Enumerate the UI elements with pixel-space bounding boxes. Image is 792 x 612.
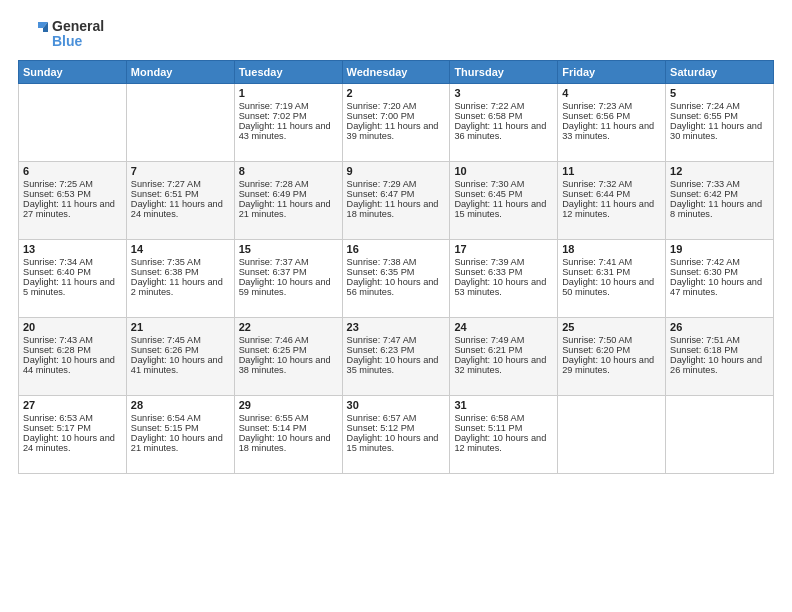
- cell-text: Daylight: 10 hours and 41 minutes.: [131, 355, 230, 375]
- calendar-page: General Blue SundayMondayTuesdayWednesda…: [0, 0, 792, 612]
- cell-text: Sunrise: 7:45 AM: [131, 335, 230, 345]
- cell-text: Sunrise: 7:19 AM: [239, 101, 338, 111]
- cell-text: Sunrise: 7:29 AM: [347, 179, 446, 189]
- cell-text: Daylight: 10 hours and 44 minutes.: [23, 355, 122, 375]
- cell-text: Sunrise: 7:28 AM: [239, 179, 338, 189]
- cell-text: Sunset: 6:31 PM: [562, 267, 661, 277]
- day-number: 14: [131, 243, 230, 255]
- cell-text: Daylight: 11 hours and 36 minutes.: [454, 121, 553, 141]
- day-number: 16: [347, 243, 446, 255]
- cell-text: Sunrise: 7:22 AM: [454, 101, 553, 111]
- cell-text: Sunset: 5:17 PM: [23, 423, 122, 433]
- calendar-cell: 26Sunrise: 7:51 AMSunset: 6:18 PMDayligh…: [666, 318, 774, 396]
- cell-text: Daylight: 11 hours and 8 minutes.: [670, 199, 769, 219]
- cell-text: Sunset: 6:37 PM: [239, 267, 338, 277]
- day-number: 28: [131, 399, 230, 411]
- calendar-cell: 15Sunrise: 7:37 AMSunset: 6:37 PMDayligh…: [234, 240, 342, 318]
- cell-text: Daylight: 11 hours and 2 minutes.: [131, 277, 230, 297]
- calendar-cell: 12Sunrise: 7:33 AMSunset: 6:42 PMDayligh…: [666, 162, 774, 240]
- header: General Blue: [18, 18, 774, 50]
- cell-text: Daylight: 10 hours and 53 minutes.: [454, 277, 553, 297]
- day-of-week-header: Saturday: [666, 61, 774, 84]
- calendar-cell: 1Sunrise: 7:19 AMSunset: 7:02 PMDaylight…: [234, 84, 342, 162]
- calendar-cell: 20Sunrise: 7:43 AMSunset: 6:28 PMDayligh…: [19, 318, 127, 396]
- calendar-week-row: 1Sunrise: 7:19 AMSunset: 7:02 PMDaylight…: [19, 84, 774, 162]
- cell-text: Daylight: 10 hours and 32 minutes.: [454, 355, 553, 375]
- day-number: 12: [670, 165, 769, 177]
- cell-text: Sunset: 6:40 PM: [23, 267, 122, 277]
- cell-text: Sunrise: 6:57 AM: [347, 413, 446, 423]
- day-number: 19: [670, 243, 769, 255]
- cell-text: Sunset: 6:30 PM: [670, 267, 769, 277]
- day-number: 23: [347, 321, 446, 333]
- day-number: 27: [23, 399, 122, 411]
- cell-text: Daylight: 10 hours and 47 minutes.: [670, 277, 769, 297]
- logo-general: General: [52, 19, 104, 34]
- calendar-cell: 25Sunrise: 7:50 AMSunset: 6:20 PMDayligh…: [558, 318, 666, 396]
- calendar-cell: 28Sunrise: 6:54 AMSunset: 5:15 PMDayligh…: [126, 396, 234, 474]
- calendar-week-row: 20Sunrise: 7:43 AMSunset: 6:28 PMDayligh…: [19, 318, 774, 396]
- cell-text: Daylight: 11 hours and 33 minutes.: [562, 121, 661, 141]
- cell-text: Daylight: 11 hours and 15 minutes.: [454, 199, 553, 219]
- cell-text: Daylight: 11 hours and 18 minutes.: [347, 199, 446, 219]
- cell-text: Sunrise: 7:34 AM: [23, 257, 122, 267]
- cell-text: Sunrise: 7:38 AM: [347, 257, 446, 267]
- day-number: 9: [347, 165, 446, 177]
- cell-text: Sunrise: 7:49 AM: [454, 335, 553, 345]
- cell-text: Sunrise: 6:54 AM: [131, 413, 230, 423]
- calendar-cell: 11Sunrise: 7:32 AMSunset: 6:44 PMDayligh…: [558, 162, 666, 240]
- day-number: 2: [347, 87, 446, 99]
- cell-text: Sunset: 6:38 PM: [131, 267, 230, 277]
- calendar-cell: 21Sunrise: 7:45 AMSunset: 6:26 PMDayligh…: [126, 318, 234, 396]
- day-number: 6: [23, 165, 122, 177]
- cell-text: Sunrise: 7:20 AM: [347, 101, 446, 111]
- calendar-cell: 4Sunrise: 7:23 AMSunset: 6:56 PMDaylight…: [558, 84, 666, 162]
- calendar-week-row: 13Sunrise: 7:34 AMSunset: 6:40 PMDayligh…: [19, 240, 774, 318]
- day-number: 25: [562, 321, 661, 333]
- cell-text: Daylight: 11 hours and 27 minutes.: [23, 199, 122, 219]
- cell-text: Daylight: 11 hours and 5 minutes.: [23, 277, 122, 297]
- cell-text: Sunset: 5:15 PM: [131, 423, 230, 433]
- day-number: 5: [670, 87, 769, 99]
- cell-text: Sunrise: 6:53 AM: [23, 413, 122, 423]
- calendar-header-row: SundayMondayTuesdayWednesdayThursdayFrid…: [19, 61, 774, 84]
- cell-text: Sunset: 5:11 PM: [454, 423, 553, 433]
- day-number: 7: [131, 165, 230, 177]
- day-number: 15: [239, 243, 338, 255]
- cell-text: Sunrise: 7:43 AM: [23, 335, 122, 345]
- day-number: 20: [23, 321, 122, 333]
- cell-text: Daylight: 10 hours and 29 minutes.: [562, 355, 661, 375]
- day-of-week-header: Tuesday: [234, 61, 342, 84]
- cell-text: Sunset: 6:25 PM: [239, 345, 338, 355]
- cell-text: Sunset: 6:21 PM: [454, 345, 553, 355]
- cell-text: Daylight: 11 hours and 24 minutes.: [131, 199, 230, 219]
- calendar-cell: 17Sunrise: 7:39 AMSunset: 6:33 PMDayligh…: [450, 240, 558, 318]
- cell-text: Daylight: 11 hours and 12 minutes.: [562, 199, 661, 219]
- cell-text: Daylight: 10 hours and 18 minutes.: [239, 433, 338, 453]
- cell-text: Daylight: 10 hours and 24 minutes.: [23, 433, 122, 453]
- cell-text: Sunrise: 7:41 AM: [562, 257, 661, 267]
- logo-bird-icon: [18, 18, 50, 50]
- day-number: 10: [454, 165, 553, 177]
- cell-text: Sunset: 6:51 PM: [131, 189, 230, 199]
- calendar-cell: 8Sunrise: 7:28 AMSunset: 6:49 PMDaylight…: [234, 162, 342, 240]
- cell-text: Sunrise: 7:37 AM: [239, 257, 338, 267]
- cell-text: Daylight: 10 hours and 59 minutes.: [239, 277, 338, 297]
- cell-text: Sunrise: 7:50 AM: [562, 335, 661, 345]
- cell-text: Sunrise: 6:55 AM: [239, 413, 338, 423]
- day-of-week-header: Wednesday: [342, 61, 450, 84]
- cell-text: Sunset: 6:18 PM: [670, 345, 769, 355]
- day-of-week-header: Sunday: [19, 61, 127, 84]
- cell-text: Sunrise: 7:39 AM: [454, 257, 553, 267]
- cell-text: Sunset: 6:55 PM: [670, 111, 769, 121]
- cell-text: Sunrise: 7:35 AM: [131, 257, 230, 267]
- calendar-cell: 23Sunrise: 7:47 AMSunset: 6:23 PMDayligh…: [342, 318, 450, 396]
- day-of-week-header: Friday: [558, 61, 666, 84]
- calendar-week-row: 27Sunrise: 6:53 AMSunset: 5:17 PMDayligh…: [19, 396, 774, 474]
- cell-text: Sunrise: 7:33 AM: [670, 179, 769, 189]
- calendar-cell: 5Sunrise: 7:24 AMSunset: 6:55 PMDaylight…: [666, 84, 774, 162]
- day-number: 31: [454, 399, 553, 411]
- calendar-cell: 19Sunrise: 7:42 AMSunset: 6:30 PMDayligh…: [666, 240, 774, 318]
- day-number: 11: [562, 165, 661, 177]
- day-number: 4: [562, 87, 661, 99]
